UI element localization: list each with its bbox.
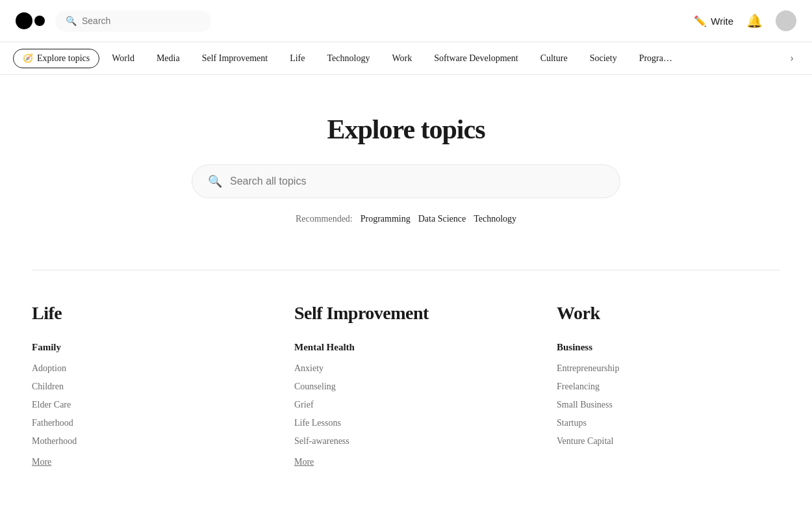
topic-link-venture-capital[interactable]: Venture Capital	[557, 436, 613, 446]
hero-search-icon: 🔍	[208, 174, 222, 188]
nav-item-self-improvement[interactable]: Self Improvement	[192, 49, 277, 68]
topic-category-life: Life	[32, 303, 255, 324]
nav-item-label: Explore topics	[37, 53, 90, 64]
nav-item-world[interactable]: World	[102, 49, 144, 68]
list-item: Counseling	[294, 380, 518, 392]
topic-link-anxiety[interactable]: Anxiety	[294, 363, 324, 373]
recommended-link-programming[interactable]: Programming	[361, 214, 411, 224]
nav-bar: 🧭 Explore topics World Media Self Improv…	[0, 42, 812, 75]
topic-link-grief[interactable]: Grief	[294, 400, 314, 410]
topic-link-motherhood[interactable]: Motherhood	[32, 436, 77, 446]
list-item: Anxiety	[294, 362, 518, 374]
list-item: Venture Capital	[557, 435, 780, 447]
section-divider	[32, 270, 780, 270]
write-button[interactable]: ✏️ Write	[694, 15, 733, 27]
nav-item-label: Culture	[540, 53, 568, 64]
search-icon: 🔍	[66, 16, 77, 27]
topic-link-entrepreneurship[interactable]: Entrepreneurship	[557, 363, 619, 373]
nav-item-label: World	[112, 53, 134, 64]
nav-item-work[interactable]: Work	[382, 49, 422, 68]
list-item: Elder Care	[32, 398, 255, 410]
topic-category-self-improvement: Self Improvement	[294, 303, 518, 324]
list-item: Startups	[557, 417, 780, 428]
list-item: Adoption	[32, 362, 255, 374]
more-link-life[interactable]: More	[32, 457, 51, 467]
recommended-link-data-science[interactable]: Data Science	[418, 214, 466, 224]
nav-item-society[interactable]: Society	[580, 49, 627, 68]
topic-link-freelancing[interactable]: Freelancing	[557, 382, 600, 391]
list-item: Life Lessons	[294, 417, 518, 428]
logo-circles	[16, 12, 45, 29]
nav-item-label: Progra…	[639, 53, 672, 64]
list-item: Freelancing	[557, 380, 780, 392]
header: 🔍 ✏️ Write 🔔	[0, 0, 812, 42]
nav-item-label: Technology	[327, 53, 370, 64]
topic-link-adoption[interactable]: Adoption	[32, 363, 66, 373]
topic-link-startups[interactable]: Startups	[557, 418, 587, 428]
nav-item-software-development[interactable]: Software Development	[424, 49, 527, 68]
hero-search-input[interactable]	[230, 176, 604, 187]
list-item: Self-awareness	[294, 435, 518, 447]
list-item: Grief	[294, 398, 518, 410]
nav-item-explore-topics[interactable]: 🧭 Explore topics	[13, 49, 99, 68]
topic-category-work: Work	[557, 303, 780, 324]
hero-search-bar[interactable]: 🔍	[192, 164, 620, 198]
header-right: ✏️ Write 🔔	[694, 10, 796, 31]
topic-link-life-lessons[interactable]: Life Lessons	[294, 418, 341, 428]
more-link-self-improvement[interactable]: More	[294, 457, 314, 467]
nav-item-label: Media	[157, 53, 180, 64]
logo-circle-big	[16, 12, 32, 29]
user-avatar[interactable]	[776, 10, 796, 31]
write-icon: ✏️	[694, 15, 707, 27]
recommended-row: Recommended: Programming Data Science Te…	[32, 214, 780, 224]
list-item: Entrepreneurship	[557, 362, 780, 374]
logo[interactable]	[16, 12, 45, 29]
topic-link-self-awareness[interactable]: Self-awareness	[294, 436, 349, 446]
topic-subcategory-family: Family	[32, 342, 255, 353]
recommended-link-technology[interactable]: Technology	[474, 214, 516, 224]
topic-link-children[interactable]: Children	[32, 382, 64, 391]
nav-chevron-right-icon[interactable]: ›	[785, 49, 799, 68]
topic-column-life: Life Family Adoption Children Elder Care…	[32, 303, 255, 467]
search-input[interactable]	[82, 16, 201, 26]
nav-item-label: Work	[392, 53, 412, 64]
hero-title: Explore topics	[32, 114, 780, 145]
list-item: Small Business	[557, 398, 780, 410]
notifications-icon[interactable]: 🔔	[746, 13, 763, 29]
nav-item-programming[interactable]: Progra…	[629, 49, 682, 68]
topic-link-small-business[interactable]: Small Business	[557, 400, 613, 410]
list-item: Fatherhood	[32, 417, 255, 428]
nav-item-media[interactable]: Media	[147, 49, 190, 68]
list-item: Children	[32, 380, 255, 392]
hero-section: Explore topics 🔍 Recommended: Programmin…	[32, 75, 780, 244]
topic-link-fatherhood[interactable]: Fatherhood	[32, 418, 73, 428]
nav-item-culture[interactable]: Culture	[531, 49, 577, 68]
topic-list-business: Entrepreneurship Freelancing Small Busin…	[557, 362, 780, 447]
header-search-bar[interactable]: 🔍	[55, 10, 211, 32]
recommended-label: Recommended:	[296, 214, 353, 224]
nav-item-label: Self Improvement	[202, 53, 268, 64]
nav-item-label: Society	[590, 53, 617, 64]
topic-link-elder-care[interactable]: Elder Care	[32, 400, 71, 410]
write-label: Write	[711, 16, 733, 27]
topic-subcategory-business: Business	[557, 342, 780, 353]
logo-circle-small	[34, 16, 45, 26]
nav-item-label: Software Development	[434, 53, 518, 64]
topic-list-mental-health: Anxiety Counseling Grief Life Lessons Se…	[294, 362, 518, 447]
nav-item-label: Life	[290, 53, 305, 64]
compass-icon: 🧭	[23, 53, 33, 64]
topics-grid: Life Family Adoption Children Elder Care…	[32, 303, 780, 506]
main-content: Explore topics 🔍 Recommended: Programmin…	[16, 75, 796, 506]
topic-link-counseling[interactable]: Counseling	[294, 382, 336, 391]
topic-list-family: Adoption Children Elder Care Fatherhood …	[32, 362, 255, 447]
nav-item-technology[interactable]: Technology	[318, 49, 380, 68]
topic-subcategory-mental-health: Mental Health	[294, 342, 518, 353]
topic-column-work: Work Business Entrepreneurship Freelanci…	[557, 303, 780, 467]
list-item: Motherhood	[32, 435, 255, 447]
nav-item-life[interactable]: Life	[280, 49, 314, 68]
topic-column-self-improvement: Self Improvement Mental Health Anxiety C…	[294, 303, 518, 467]
